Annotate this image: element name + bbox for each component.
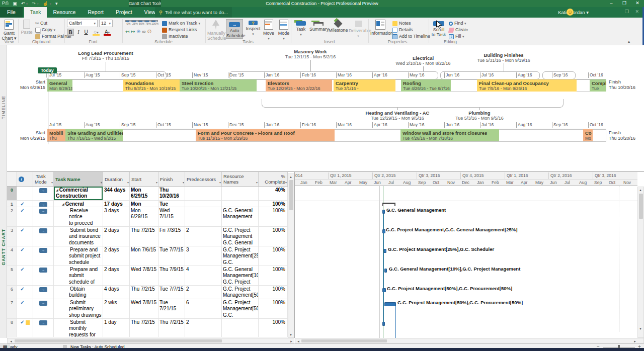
- timeline-bar[interactable]: RoofingTue 4/26/16 - Tue 6/7/16: [401, 79, 451, 92]
- timeline-bar[interactable]: CoMo: [583, 129, 593, 141]
- cut-button[interactable]: ✂ Cut: [35, 20, 47, 26]
- undo-icon[interactable]: ↶ ▾: [21, 1, 28, 6]
- scroll-down-icon[interactable]: ▾: [288, 332, 293, 337]
- row-number-cell[interactable]: 5: [7, 266, 17, 285]
- start-cell[interactable]: Thu 7/2/15: [130, 227, 158, 246]
- timeline-bar[interactable]: MobiliThu: [47, 129, 65, 141]
- task-name-cell[interactable]: Submit preliminary shop drawings: [54, 299, 103, 318]
- table-vertical-scrollbar[interactable]: ▴ ▾: [288, 173, 294, 338]
- inactivate-button[interactable]: Inactivate: [162, 33, 188, 39]
- outdent-task-icon[interactable]: ↤: [125, 29, 129, 34]
- gantt-chart-view-button[interactable]: Gantt Chart ▾: [1, 19, 17, 41]
- gantt-task-bar[interactable]: [384, 269, 387, 273]
- predecessors-cell[interactable]: 6: [185, 299, 222, 318]
- start-cell[interactable]: Wed 7/8/15: [130, 299, 158, 318]
- row-number-cell[interactable]: 3: [7, 227, 17, 246]
- scroll-up-icon[interactable]: ▴: [638, 188, 643, 192]
- find-button[interactable]: Find ▾: [449, 20, 466, 26]
- header-row-number[interactable]: [7, 172, 17, 186]
- insert-milestone-button[interactable]: Milestone: [329, 19, 348, 33]
- duration-cell[interactable]: 2 days: [103, 246, 130, 266]
- percent-complete-cell[interactable]: 100%: [259, 246, 288, 266]
- predecessors-cell[interactable]: 2: [185, 319, 222, 337]
- indicators-cell[interactable]: ✓: [17, 227, 33, 246]
- resource-names-cell[interactable]: [222, 319, 259, 337]
- unlink-tasks-icon[interactable]: ∅: [147, 29, 151, 34]
- information-button[interactable]: Information: [370, 19, 390, 36]
- close-button[interactable]: ✕: [631, 0, 644, 7]
- timeline-bar[interactable]: ComplTue: [590, 79, 606, 92]
- resource-names-cell[interactable]: G.C. General Management[10 G.C. Project: [222, 266, 259, 285]
- indicators-cell[interactable]: [17, 187, 33, 200]
- percent-complete-cell[interactable]: 100%: [259, 286, 288, 299]
- respect-links-button[interactable]: Respect Links: [162, 27, 197, 33]
- row-number-cell[interactable]: 0: [7, 187, 17, 200]
- percent-complete-cell[interactable]: 100%: [259, 266, 288, 285]
- header-indicators[interactable]: i: [17, 172, 33, 186]
- finish-cell[interactable]: Tue 7/7/15: [158, 246, 185, 266]
- duration-cell[interactable]: 344 days: [103, 187, 130, 200]
- gantt-chart-area[interactable]: G.C. General ManagementG.C. Project Mana…: [295, 186, 637, 338]
- indicators-cell[interactable]: ✓: [17, 201, 33, 207]
- save-icon[interactable]: ▣: [13, 1, 17, 6]
- finish-cell[interactable]: Thu 10/20/16: [158, 187, 185, 200]
- summary-task-bar[interactable]: [382, 203, 395, 206]
- resource-names-cell[interactable]: [222, 187, 259, 200]
- start-cell[interactable]: Mon 6/29/15: [130, 201, 158, 207]
- indicators-cell[interactable]: ✓: [17, 246, 33, 266]
- row-number-cell[interactable]: 2: [7, 207, 17, 226]
- percent-complete-button[interactable]: 75%: [145, 20, 151, 25]
- mode-button[interactable]: Mode▾: [277, 19, 291, 41]
- insert-summary-button[interactable]: Summary: [309, 19, 328, 32]
- scroll-left-icon[interactable]: ◂: [296, 339, 301, 343]
- insert-task-button[interactable]: Task▾: [294, 19, 308, 37]
- timeline-bar[interactable]: GeneralMon 6/29/15: [47, 79, 72, 92]
- percent-complete-cell[interactable]: 100%: [259, 201, 288, 207]
- percent-complete-cell[interactable]: 100%: [259, 227, 288, 246]
- table-horizontal-scrollbar[interactable]: ◂ ▸: [7, 338, 294, 343]
- ribbon-tab[interactable]: Report: [82, 7, 110, 18]
- start-cell[interactable]: Mon 6/29/15: [130, 187, 158, 200]
- predecessors-cell[interactable]: [185, 207, 222, 226]
- timeline-bar[interactable]: Steel ErectionTue 10/20/15 - Mon 12/21/1…: [180, 79, 257, 92]
- gantt-vertical-scrollbar[interactable]: ▴ ▾: [637, 187, 644, 338]
- quick-access-toolbar[interactable]: P⎙ ▣ ↶ ▾ ↷ ▾ ☝ ▾ ▾: [2, 1, 58, 6]
- header-finish[interactable]: Finish▾: [158, 172, 185, 186]
- underline-button[interactable]: U: [83, 29, 90, 36]
- font-size-select[interactable]: 12▾: [99, 20, 113, 27]
- gantt-task-bar[interactable]: [384, 302, 396, 306]
- timeline-bar[interactable]: ElevatorsTue 12/29/15 - Mon 2/22/16: [266, 79, 332, 92]
- task-name-cell[interactable]: Prepare and submit schedule of: [54, 266, 103, 285]
- restore-button[interactable]: ❐: [618, 0, 631, 7]
- finish-cell[interactable]: Tue 7/21/15: [158, 201, 185, 207]
- link-tasks-icon[interactable]: ∞: [142, 29, 146, 34]
- row-number-cell[interactable]: 6: [7, 286, 17, 299]
- scroll-left-icon[interactable]: ◂: [9, 339, 14, 343]
- duration-cell[interactable]: 1 day: [103, 319, 130, 337]
- mark-on-track-button[interactable]: Mark on Track ▾: [162, 20, 200, 26]
- task-name-cell[interactable]: Submit monthly requests for: [54, 319, 103, 337]
- task-name-cell[interactable]: ◢General Condition: [54, 201, 103, 207]
- add-to-timeline-button[interactable]: Add to Timeline: [392, 33, 430, 39]
- expand-triangle-icon[interactable]: ◢: [62, 203, 64, 206]
- finish-cell[interactable]: Fri 7/3/15: [158, 227, 185, 246]
- bold-button[interactable]: B: [67, 29, 74, 36]
- timeline-view[interactable]: Long Lead ProcurementFri 7/3/15 - Thu 10…: [7, 45, 644, 171]
- task-mode-cell[interactable]: →: [33, 187, 54, 200]
- duration-cell[interactable]: 2 days: [103, 266, 130, 285]
- ribbon-tab[interactable]: Task: [24, 7, 47, 18]
- header-resource-names[interactable]: Resource Names▾: [222, 172, 259, 186]
- indicators-cell[interactable]: ✓: [17, 319, 33, 337]
- indicators-cell[interactable]: ✓: [17, 299, 33, 318]
- timeline-bar[interactable]: Form and Pour Concrete - Floors and Roof…: [196, 129, 335, 141]
- timeline-bar[interactable]: FoundationsThu 9/3/15 - Mon 10/19/15: [123, 79, 180, 92]
- gantt-horizontal-scrollbar[interactable]: ◂ ▸: [295, 338, 644, 343]
- finish-cell[interactable]: Tue 7/7/15: [158, 286, 185, 299]
- customize-qat-icon[interactable]: ▾: [55, 1, 58, 6]
- predecessors-cell[interactable]: [185, 187, 222, 200]
- background-color-button[interactable]: ◌▾: [93, 29, 100, 36]
- timeline-bar[interactable]: CarpentryTue 3/1/16 -: [334, 79, 395, 92]
- timeline-bar[interactable]: Final Clean-up and OccupancyTue 7/5/16 -…: [477, 79, 577, 92]
- gantt-task-bar[interactable]: [382, 229, 385, 233]
- scroll-up-icon[interactable]: ▴: [288, 174, 293, 179]
